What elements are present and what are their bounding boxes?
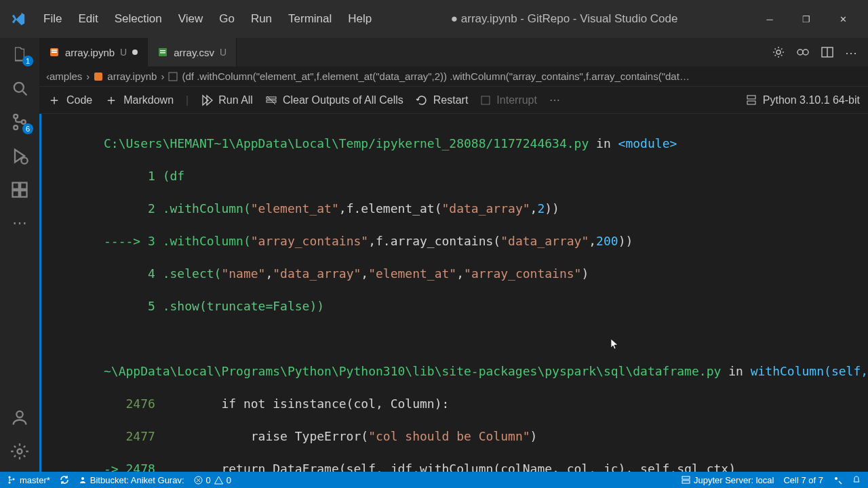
menu-file[interactable]: File [37, 9, 68, 28]
svg-rect-6 [13, 183, 19, 189]
cell-icon [168, 72, 178, 81]
window-controls: ─ ❐ ✕ [750, 14, 863, 24]
run-debug-icon[interactable] [10, 146, 29, 165]
svg-point-19 [797, 49, 803, 55]
titlebar: File Edit Selection View Go Run Terminal… [0, 0, 868, 38]
svg-rect-24 [169, 73, 177, 81]
menu-terminal[interactable]: Terminal [281, 9, 338, 28]
compare-icon[interactable] [796, 45, 810, 59]
cell-output[interactable]: C:\Users\HEMANT~1\AppData\Local\Temp/ipy… [39, 114, 868, 472]
svg-point-3 [14, 125, 18, 129]
run-all-button[interactable]: Run All [201, 94, 253, 106]
notebook-toolbar: ＋Code ＋Markdown | Run All Clear Outputs … [39, 87, 868, 114]
tab-label: array.csv [174, 47, 214, 58]
window-title: ● array.ipynb - GitRepo - Visual Studio … [378, 12, 750, 26]
run-all-icon [201, 94, 213, 106]
svg-rect-30 [747, 101, 755, 104]
svg-point-32 [8, 481, 10, 483]
svg-rect-13 [52, 49, 57, 51]
split-editor-icon[interactable] [821, 45, 834, 59]
menu-go[interactable]: Go [212, 9, 241, 28]
svg-point-18 [776, 50, 781, 54]
svg-rect-17 [160, 52, 165, 54]
restart-icon [416, 94, 428, 106]
svg-point-40 [835, 477, 837, 480]
menu-help[interactable]: Help [341, 9, 378, 28]
add-markdown-button[interactable]: ＋Markdown [104, 91, 174, 109]
clear-outputs-button[interactable]: Clear Outputs of All Cells [265, 94, 403, 106]
svg-rect-7 [13, 190, 19, 197]
explorer-badge: 1 [22, 56, 33, 66]
extensions-icon[interactable] [10, 180, 29, 199]
svg-rect-38 [682, 476, 690, 479]
overflow-icon[interactable]: ⋯ [10, 214, 29, 233]
maximize-button[interactable]: ❐ [796, 14, 816, 24]
svg-point-20 [803, 49, 808, 55]
scm-badge: 6 [22, 123, 33, 134]
menu-view[interactable]: View [172, 9, 210, 28]
minimize-button[interactable]: ─ [760, 14, 780, 24]
settings-icon[interactable] [10, 442, 29, 461]
breadcrumb[interactable]: ‹amples › array.ipynb › (df .withColumn(… [39, 66, 868, 87]
clear-icon [265, 94, 277, 106]
svg-rect-16 [160, 50, 165, 52]
warning-icon [214, 476, 223, 485]
svg-point-10 [16, 411, 22, 418]
restart-button[interactable]: Restart [416, 94, 469, 106]
notebook-icon [94, 72, 103, 81]
branch-icon [7, 475, 16, 485]
mouse-cursor [611, 339, 619, 350]
menu-edit[interactable]: Edit [71, 9, 104, 28]
dirty-indicator [132, 49, 138, 55]
svg-rect-28 [481, 96, 490, 104]
svg-rect-23 [94, 73, 102, 81]
sync-icon [60, 475, 69, 485]
more-icon[interactable]: ⋯ [845, 45, 859, 59]
svg-rect-9 [20, 183, 26, 189]
person-icon [79, 476, 87, 484]
sync-button[interactable] [60, 475, 69, 485]
jupyter-server-status[interactable]: Jupyter Server: local [682, 475, 774, 485]
svg-rect-29 [747, 96, 755, 99]
vscode-logo [11, 12, 26, 26]
interrupt-icon [480, 95, 491, 106]
error-icon [194, 476, 203, 485]
menu-selection[interactable]: Selection [108, 9, 169, 28]
status-bar: master* Bitbucket: Aniket Gurav: 0 0 Jup… [0, 472, 868, 488]
git-branch[interactable]: master* [7, 475, 50, 485]
csv-icon [157, 47, 168, 58]
notifications-icon[interactable] [852, 475, 861, 485]
svg-point-34 [81, 477, 84, 480]
tab-git-status: U [220, 47, 226, 58]
accounts-icon[interactable] [10, 408, 29, 427]
chevron-right-icon: › [161, 70, 164, 82]
bitbucket-status[interactable]: Bitbucket: Aniket Gurav: [79, 475, 184, 485]
notebook-icon [49, 47, 60, 58]
more-actions-button[interactable]: ⋯ [549, 94, 560, 106]
tab-array-csv[interactable]: array.csv U [148, 38, 237, 66]
explorer-icon[interactable]: 1 [10, 45, 29, 64]
search-icon[interactable] [10, 79, 29, 98]
add-code-button[interactable]: ＋Code [47, 91, 92, 109]
breadcrumb-folder[interactable]: ‹amples [46, 70, 82, 82]
svg-point-2 [14, 115, 18, 119]
tab-actions: ⋯ [762, 45, 868, 59]
interrupt-button: Interrupt [480, 94, 537, 106]
configure-icon[interactable] [772, 45, 785, 59]
problems-button[interactable]: 0 0 [194, 475, 231, 485]
breadcrumb-cell[interactable]: (df .withColumn("element_at",f.element_a… [182, 70, 689, 82]
tab-git-status: U [120, 47, 127, 58]
cell-position[interactable]: Cell 7 of 7 [783, 475, 823, 485]
source-control-icon[interactable]: 6 [10, 113, 29, 131]
activity-bar: 1 6 ⋯ [0, 38, 39, 472]
menu-bar: File Edit Selection View Go Run Terminal… [37, 9, 378, 28]
kernel-picker[interactable]: Python 3.10.1 64-bit [745, 94, 860, 106]
feedback-icon[interactable] [833, 475, 842, 485]
editor-area: array.ipynb U array.csv U ⋯ ‹amples › ar… [39, 38, 868, 472]
server-icon [682, 476, 690, 485]
breadcrumb-file[interactable]: array.ipynb [107, 70, 157, 82]
menu-run[interactable]: Run [244, 9, 279, 28]
svg-point-5 [21, 157, 27, 163]
close-button[interactable]: ✕ [833, 14, 853, 24]
tab-array-ipynb[interactable]: array.ipynb U [39, 38, 148, 66]
